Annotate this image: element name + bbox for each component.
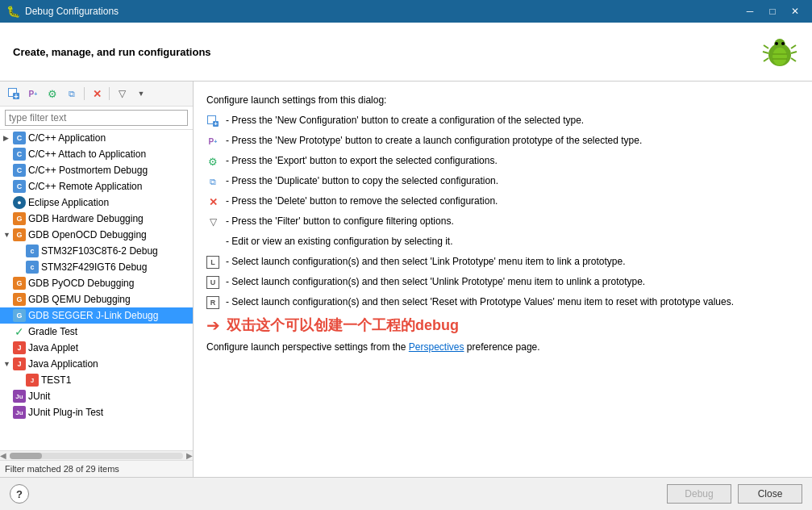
configuration-tree[interactable]: ▶ C C/C++ Application C C/C++ Attach to … <box>0 130 193 450</box>
gdb-icon: G <box>13 293 26 306</box>
tree-item-gdb-qemu[interactable]: G GDB QEMU Debugging <box>0 291 193 307</box>
close-window-button[interactable]: ✕ <box>785 3 806 19</box>
tree-item-java-app[interactable]: ▼ J Java Application <box>0 356 193 372</box>
maximize-button[interactable]: □ <box>762 3 783 19</box>
help-item-link: L - Select launch configuration(s) and t… <box>206 255 799 269</box>
tree-item-gdb-pyocd[interactable]: G GDB PyOCD Debugging <box>0 275 193 291</box>
svg-line-7 <box>791 45 796 48</box>
svg-point-3 <box>781 42 785 45</box>
red-arrow-icon: ➔ <box>206 316 220 335</box>
help-button[interactable]: ? <box>10 484 29 504</box>
c-icon: c <box>26 245 39 257</box>
svg-point-10 <box>772 48 787 65</box>
tree-item-stm32f429[interactable]: c STM32F429IGT6 Debug <box>13 259 193 275</box>
gdb-icon: G <box>13 212 26 225</box>
tree-item-eclipse-app[interactable]: ● Eclipse Application <box>0 194 193 211</box>
scroll-track <box>10 453 183 459</box>
tree-item-gradle[interactable]: ✓ Gradle Test <box>0 324 193 340</box>
help-text-link: - Select launch configuration(s) and the… <box>226 255 626 269</box>
tree-item-cpp-remote[interactable]: C C/C++ Remote Application <box>0 178 193 194</box>
bottom-buttons: Debug Close <box>667 484 802 504</box>
annotation-wrap: ➔ 双击这个可以创建一个工程的debug <box>206 316 799 335</box>
title-bar-text: Debug Configurations <box>25 6 735 17</box>
help-item-filter: ▽ - Press the 'Filter' button to configu… <box>206 215 799 228</box>
dialog-bottom-bar: ? Debug Close <box>0 477 812 510</box>
unlink-proto-icon: U <box>206 276 219 289</box>
duplicate-button[interactable]: ⧉ <box>63 85 81 102</box>
tree-item-cpp-app[interactable]: ▶ C C/C++ Application <box>0 130 193 146</box>
c-icon: C <box>13 180 26 193</box>
new-config-icon: + <box>206 115 219 128</box>
filter-button[interactable]: ▽ <box>113 85 131 102</box>
minimize-button[interactable]: ─ <box>739 3 760 19</box>
tree-item-gdb-hw[interactable]: G GDB Hardware Debugging <box>0 211 193 227</box>
help-item-edit: - Edit or view an existing configuration… <box>206 235 799 249</box>
left-panel: + P+ ⚙ ⧉ ✕ ▽ ▼ ▶ C C/ <box>0 82 194 477</box>
edit-spacer <box>206 236 219 249</box>
dialog-title: Create, manage, and run configurations <box>13 46 211 58</box>
debug-button[interactable]: Debug <box>667 484 731 504</box>
tree-item-gdb-segger[interactable]: G GDB SEGGER J-Link Debugg <box>0 307 193 324</box>
reset-proto-icon: R <box>206 296 219 309</box>
c-icon: C <box>13 164 26 177</box>
help-item-unlink: U - Select launch configuration(s) and t… <box>206 275 799 289</box>
tree-item-label: Eclipse Application <box>28 197 109 208</box>
gdb-icon: G <box>13 277 26 290</box>
delete-button[interactable]: ✕ <box>88 85 106 102</box>
expand-arrow: ▶ <box>3 134 13 142</box>
filter-status-text: Filter matched 28 of 29 items <box>5 464 119 474</box>
ju-icon: Ju <box>13 390 26 403</box>
title-bar: 🐛 Debug Configurations ─ □ ✕ <box>0 0 812 23</box>
tree-item-test1[interactable]: J TEST1 <box>13 372 193 388</box>
annotation-text: 双击这个可以创建一个工程的debug <box>227 316 459 335</box>
tree-item-java-applet[interactable]: J Java Applet <box>0 340 193 356</box>
svg-line-4 <box>764 45 768 48</box>
horizontal-scrollbar[interactable]: ◀ ▶ <box>0 450 193 460</box>
filter-dropdown-button[interactable]: ▼ <box>132 85 150 102</box>
svg-point-2 <box>775 42 778 45</box>
scroll-right-btn[interactable]: ▶ <box>186 451 193 460</box>
close-button[interactable]: Close <box>738 484 802 504</box>
help-item-dup: ⧉ - Press the 'Duplicate' button to copy… <box>206 174 799 188</box>
gdb-icon: G <box>13 228 26 241</box>
tree-item-label: GDB Hardware Debugging <box>28 213 144 224</box>
toolbar-separator <box>84 87 85 100</box>
c-icon: C <box>13 132 26 144</box>
svg-line-9 <box>791 58 796 61</box>
export-button[interactable]: ⚙ <box>44 85 61 102</box>
help-item-del: ✕ - Press the 'Delete' button to remove … <box>206 194 799 208</box>
bug-icon <box>760 32 799 71</box>
help-text-proto: - Press the 'New Prototype' button to cr… <box>226 134 642 148</box>
c-icon: C <box>13 148 26 161</box>
help-text-export: - Press the 'Export' button to export th… <box>226 154 498 168</box>
tree-item-label: GDB OpenOCD Debugging <box>28 229 147 240</box>
tree-item-junit[interactable]: Ju JUnit <box>0 388 193 404</box>
help-text-dup: - Press the 'Duplicate' button to copy t… <box>226 174 498 188</box>
tree-item-label: JUnit Plug-in Test <box>28 407 103 418</box>
help-text-unlink: - Select launch configuration(s) and the… <box>226 275 645 289</box>
right-bottom-text: Configure launch perspective settings fr… <box>206 341 799 353</box>
filter-icon: ▽ <box>206 215 219 228</box>
toolbar-separator-2 <box>109 87 110 100</box>
perspectives-link[interactable]: Perspectives <box>409 341 464 353</box>
c-icon: c <box>26 261 39 274</box>
new-config-button[interactable]: + <box>5 85 23 102</box>
gdb-icon: G <box>13 309 26 322</box>
tree-item-gdb-openocd[interactable]: ▼ G GDB OpenOCD Debugging <box>0 227 193 243</box>
filter-input[interactable] <box>5 110 188 126</box>
filter-status: Filter matched 28 of 29 items <box>0 460 193 477</box>
scroll-left-btn[interactable]: ◀ <box>0 451 6 460</box>
right-panel: Configure launch settings from this dial… <box>194 82 812 477</box>
tree-item-cpp-postmortem[interactable]: C C/C++ Postmortem Debugg <box>0 162 193 178</box>
tree-item-junit-plugin[interactable]: Ju JUnit Plug-in Test <box>0 404 193 420</box>
help-text-filter: - Press the 'Filter' button to configure… <box>226 215 454 228</box>
tree-item-cpp-attach[interactable]: C C/C++ Attach to Application <box>0 146 193 162</box>
new-proto-button[interactable]: P+ <box>24 85 42 102</box>
tree-item-label: STM32F429IGT6 Debug <box>41 261 147 273</box>
left-toolbar: + P+ ⚙ ⧉ ✕ ▽ ▼ <box>0 82 193 107</box>
scroll-thumb[interactable] <box>10 453 42 459</box>
export-icon: ⚙ <box>206 155 219 168</box>
tree-item-stm32f103[interactable]: c STM32F103C8T6-2 Debug <box>13 243 193 259</box>
help-item-reset: R - Select launch configuration(s) and t… <box>206 295 799 309</box>
new-proto-icon: P+ <box>206 135 219 148</box>
